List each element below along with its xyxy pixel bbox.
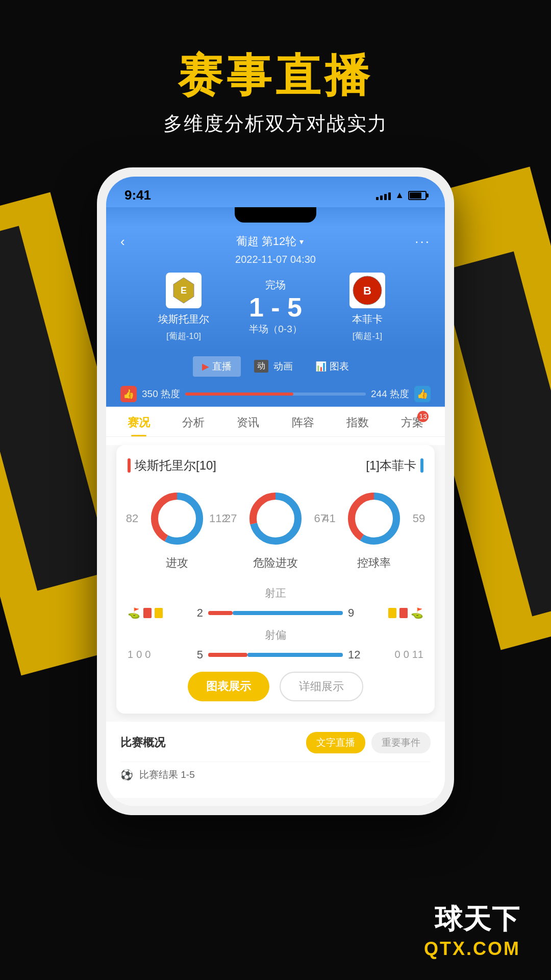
brand-name: 球天下	[424, 901, 520, 938]
match-league: 葡超 第12轮 ▾	[236, 234, 304, 249]
hot-num-right: 244 热度	[371, 387, 409, 401]
media-tabs: ▶ 直播 动 动画 📊 图表	[106, 351, 445, 382]
event-text: 比赛结果 1-5	[139, 768, 195, 781]
match-status: 完场	[265, 278, 286, 292]
shots-on-target-row: ⛳ 2 9	[128, 606, 423, 620]
back-button[interactable]: ‹	[120, 234, 125, 250]
shots-off-left-1: 1	[128, 649, 133, 660]
phone-inner: 9:41 ▲	[106, 177, 445, 806]
status-bar: 9:41 ▲	[106, 177, 445, 207]
shots-on-blue-fill	[233, 611, 343, 615]
thumb-up-icon-left[interactable]: 👍	[120, 386, 137, 402]
corner-flag-icon-right: ⛳	[411, 607, 423, 619]
shots-off-red-fill	[208, 653, 247, 657]
donut-possession-left: 41	[323, 512, 335, 525]
media-tab-live[interactable]: ▶ 直播	[193, 356, 241, 377]
donut-danger-chart: 27 67	[245, 488, 306, 549]
chevron-down-icon: ▾	[299, 237, 304, 247]
shots-off-left-num: 5	[189, 648, 203, 662]
match-nav: ‹ 葡超 第12轮 ▾ ···	[120, 234, 431, 250]
match-date: 2022-11-07 04:30	[120, 254, 431, 265]
donut-charts-row: 82 112 进攻	[128, 488, 423, 571]
thumb-up-icon-right[interactable]: 👍	[414, 386, 431, 402]
header-area: 赛事直播 多维度分析双方对战实力	[0, 0, 551, 137]
shots-off-right-3: 11	[412, 649, 423, 660]
hot-bar: 👍 350 热度 244 热度 👍	[106, 382, 445, 407]
shots-off-left-3: 0	[145, 649, 151, 660]
tab-analysis[interactable]: 分析	[178, 407, 209, 436]
tab-text-live[interactable]: 文字直播	[306, 732, 365, 753]
team-away-name: 本菲卡	[352, 312, 383, 326]
donut-attack-label: 进攻	[166, 555, 188, 571]
tab-match[interactable]: 赛况	[123, 407, 154, 436]
score-half: 半场（0-3）	[249, 323, 302, 336]
team-away-logo: B	[349, 273, 385, 308]
status-time: 9:41	[124, 187, 151, 203]
svg-text:E: E	[181, 285, 187, 296]
hot-right: 244 热度 👍	[371, 386, 431, 402]
team-away-info: B 本菲卡 [葡超-1]	[327, 273, 408, 342]
stats-team-left: 埃斯托里尔[10]	[128, 457, 216, 474]
tab-news[interactable]: 资讯	[233, 407, 263, 436]
media-tab-chart[interactable]: 📊 图表	[306, 356, 358, 377]
donut-danger-left: 27	[224, 512, 237, 525]
status-icons: ▲	[376, 190, 427, 201]
donut-danger-label: 危险进攻	[253, 555, 298, 571]
more-button[interactable]: ···	[415, 234, 431, 250]
shots-off-right-2: 0	[404, 649, 409, 660]
shots-on-right-num: 9	[348, 606, 362, 620]
tab-plan[interactable]: 方案 13	[397, 407, 428, 436]
yellow-card-icon-right	[388, 608, 396, 618]
wifi-icon: ▲	[395, 190, 404, 201]
team-blue-bar	[420, 458, 423, 473]
shots-off-bar	[208, 653, 343, 657]
yellow-card-icon-left	[155, 608, 163, 618]
shots-off-blue-fill	[247, 653, 343, 657]
team-home-info: E 埃斯托里尔 [葡超-10]	[143, 273, 224, 342]
stats-header: 埃斯托里尔[10] [1]本菲卡	[128, 457, 423, 474]
team-away-rank: [葡超-1]	[353, 330, 383, 342]
stats-team-right: [1]本菲卡	[366, 457, 423, 474]
shots-on-left-num: 2	[189, 606, 203, 620]
phone-mockup: 9:41 ▲	[0, 167, 551, 815]
team-home-name: 埃斯托里尔	[158, 312, 209, 326]
summary-event: ⚽ 比赛结果 1-5	[120, 762, 431, 788]
battery-icon	[408, 191, 427, 200]
match-summary: 比赛概况 文字直播 重要事件 ⚽ 比赛结果 1-5	[106, 722, 445, 798]
brand-footer: 球天下 QTX.COM	[424, 901, 520, 960]
score-main: 1 - 5	[249, 294, 302, 321]
svg-text:B: B	[363, 284, 371, 297]
shots-off-right-1: 0	[395, 649, 400, 660]
summary-header: 比赛概况 文字直播 重要事件	[120, 732, 431, 753]
brand-url: QTX.COM	[424, 938, 520, 960]
hot-num-left: 350 热度	[142, 387, 180, 401]
shots-on-target-title: 射正	[128, 586, 423, 600]
match-header: ‹ 葡超 第12轮 ▾ ··· 2022-11-07 04:30	[106, 227, 445, 351]
red-card-icon-right	[399, 608, 408, 618]
shots-on-red-fill	[208, 611, 233, 615]
donut-attack-chart: 82 112	[146, 488, 208, 549]
detail-display-button[interactable]: 详细展示	[280, 672, 363, 701]
stats-bar-shots-off-target: 射偏 1 0 0 5 12	[128, 628, 423, 662]
chart-display-button[interactable]: 图表展示	[188, 672, 269, 701]
shots-off-right-num: 12	[348, 648, 362, 662]
main-title: 赛事直播	[0, 51, 551, 101]
summary-title: 比赛概况	[120, 735, 165, 750]
team-home-rank: [葡超-10]	[166, 330, 201, 342]
hot-left: 👍 350 热度	[120, 386, 180, 402]
tab-important-events[interactable]: 重要事件	[371, 732, 431, 753]
hot-progress-bar	[185, 393, 366, 396]
shots-on-bar	[208, 611, 343, 615]
shots-off-target-title: 射偏	[128, 628, 423, 642]
team-red-bar	[128, 458, 131, 473]
corner-flag-icon-left: ⛳	[128, 607, 140, 619]
donut-possession-label: 控球率	[357, 555, 391, 571]
right-icons-row1: ⛳	[367, 607, 423, 619]
media-tab-animation[interactable]: 动 动画	[245, 356, 302, 377]
summary-tabs: 文字直播 重要事件	[306, 732, 431, 753]
tab-lineup[interactable]: 阵容	[288, 407, 318, 436]
red-card-icon-left	[143, 608, 152, 618]
action-buttons: 图表展示 详细展示	[128, 672, 423, 701]
sub-title: 多维度分析双方对战实力	[0, 111, 551, 137]
tab-index[interactable]: 指数	[342, 407, 373, 436]
